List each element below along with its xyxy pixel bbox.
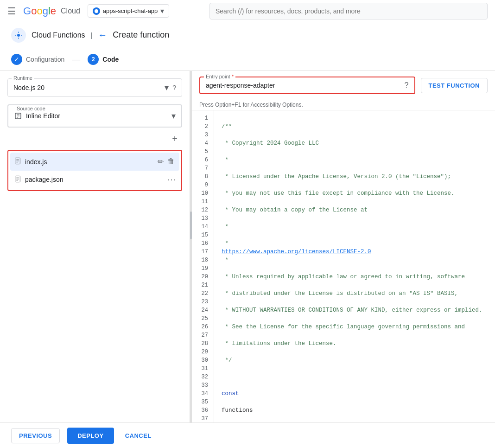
code-line-16 [222,373,488,381]
step-2-label: Code [102,56,119,63]
runtime-chevron-icon[interactable]: ▾ [165,83,169,93]
steps-bar: ✓ Configuration — 2 Code [0,48,495,71]
code-line-9: * [222,256,488,264]
code-line-15: */ [222,356,488,365]
source-code-select-row: Inline Editor ▾ [14,111,176,121]
code-line-1: /** [222,122,488,131]
menu-icon[interactable]: ☰ [7,6,16,17]
file-item-packagejson[interactable]: package.json ⋯ [10,171,179,188]
file-actions-indexjs: ✏ 🗑 [157,156,176,167]
code-line-2: * Copyright 2024 Google LLC [222,139,488,147]
code-line-4: * Licensed under the Apache License, Ver… [222,173,488,181]
code-line-17: const functions = require('@google-cloud… [222,390,488,398]
google-cloud-logo: Google Cloud [23,5,80,17]
search-input[interactable] [209,3,488,19]
project-selector[interactable]: apps-script-chat-app ▾ [88,4,170,18]
cloud-label: Cloud [61,7,80,15]
code-line-10: * Unless required by applicable law or a… [222,273,488,281]
file-more-icon[interactable]: ⋯ [167,174,176,185]
steps-dash: — [72,55,80,64]
file-list-container: index.js ✏ 🗑 package.json ⋯ [7,150,182,191]
breadcrumb-page-title: Create function [113,30,169,40]
bottom-bar: PREVIOUS DEPLOY CANCEL [0,422,495,448]
entry-point-input[interactable] [206,82,405,89]
code-text[interactable]: /** * Copyright 2024 Google LLC * * Lice… [214,110,495,422]
runtime-value: Node.js 20 [13,84,44,91]
code-line-18 [222,406,488,415]
previous-button[interactable]: PREVIOUS [11,428,60,443]
runtime-help-icon[interactable]: ? [172,84,176,91]
file-icon-packagejson [14,175,21,184]
entry-input-row: ? [206,81,409,90]
runtime-select-row: Node.js 20 ▾ ? [13,83,176,93]
project-chevron-icon: ▾ [160,6,164,15]
entry-point-required: * [230,74,234,79]
breadcrumb-service: Cloud Functions [32,31,85,39]
step-2-number: 2 [88,54,99,65]
step-1-check: ✓ [11,54,22,65]
code-line-7: * [222,223,488,231]
code-editor[interactable]: 1 2 3 4 5 6 7 8 9 10 11 12 13 14 15 16 1… [192,110,495,422]
file-name-packagejson: package.json [25,176,164,183]
code-accessibility-hint: Press Option+F1 for Accessibility Option… [192,100,495,110]
svg-point-0 [17,34,20,37]
source-code-chevron-icon[interactable]: ▾ [171,111,176,121]
source-code-field: Source code Inline Editor ▾ [7,104,182,128]
inline-editor-icon [14,112,22,120]
cancel-button[interactable]: CANCEL [121,429,155,443]
runtime-label: Runtime [12,75,34,81]
file-section: + index.js ✏ 🗑 [7,131,182,191]
source-code-value: Inline Editor [26,112,171,120]
file-edit-icon[interactable]: ✏ [157,156,165,167]
project-name: apps-script-chat-app [103,7,158,14]
source-code-section: Source code Inline Editor ▾ + [7,104,182,191]
left-panel: Runtime Node.js 20 ▾ ? Source code Inlin… [0,71,190,422]
main-content: Runtime Node.js 20 ▾ ? Source code Inlin… [0,71,495,422]
file-icon-indexjs [14,157,21,166]
search-bar[interactable] [209,3,488,19]
entry-point-field: Entry point * ? [199,77,415,94]
right-top-bar: Entry point * ? TEST FUNCTION [192,71,495,100]
line-numbers: 1 2 3 4 5 6 7 8 9 10 11 12 13 14 15 16 1… [192,110,214,422]
code-line-11: * distributed under the License is distr… [222,289,488,298]
breadcrumb-bar: Cloud Functions | ← Create function [0,22,495,48]
cloud-functions-icon [11,28,26,43]
code-line-3: * [222,156,488,164]
test-function-button[interactable]: TEST FUNCTION [421,78,488,93]
breadcrumb-separator: | [91,32,93,39]
runtime-field: Runtime Node.js 20 ▾ ? [7,78,182,97]
code-line-14: * limitations under the License. [222,339,488,348]
code-line-12: * WITHOUT WARRANTIES OR CONDITIONS OF AN… [222,306,488,314]
google-logo-text: Google [23,5,56,17]
code-line-13: * See the License for the specific langu… [222,323,488,331]
topbar: ☰ Google Cloud apps-script-chat-app ▾ [0,0,495,22]
code-line-8: * https://www.apache.org/licenses/LICENS… [222,239,488,248]
file-delete-icon[interactable]: 🗑 [166,156,176,167]
project-dot [93,7,100,15]
deploy-button[interactable]: DEPLOY [67,428,114,444]
breadcrumb-back-arrow[interactable]: ← [98,30,107,40]
add-file-button[interactable]: + [167,131,182,146]
entry-point-label: Entry point * [204,74,235,79]
entry-point-help-icon[interactable]: ? [405,81,409,90]
code-line-5: * you may not use this file except in co… [222,189,488,198]
step-1: ✓ Configuration [11,54,64,65]
step-2: 2 Code [88,54,119,65]
scroll-thumb[interactable] [190,211,192,239]
file-name-indexjs: index.js [25,158,153,166]
scroll-divider [190,71,192,422]
right-panel: Entry point * ? TEST FUNCTION Press Opti… [192,71,495,422]
code-line-6: * You may obtain a copy of the License a… [222,206,488,214]
step-1-label: Configuration [26,56,64,63]
file-item-indexjs[interactable]: index.js ✏ 🗑 [10,153,179,171]
source-code-label: Source code [15,106,47,111]
add-file-row: + [7,131,182,148]
